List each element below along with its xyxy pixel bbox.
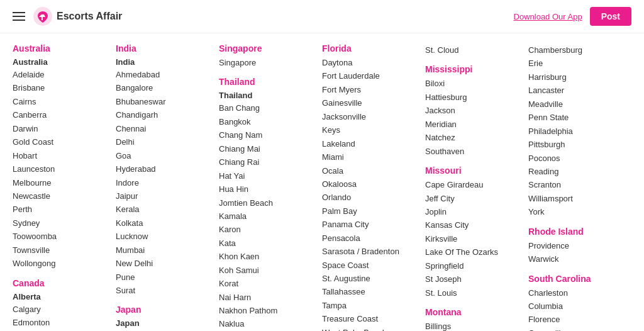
city-link[interactable]: Jaipur (116, 189, 213, 203)
city-link[interactable]: Jomtien Beach (219, 196, 316, 210)
city-link[interactable]: Springfield (425, 259, 522, 272)
city-link[interactable]: Gainesville (322, 96, 419, 109)
city-link[interactable]: Palm Bay (322, 205, 419, 218)
city-link[interactable]: Perth (13, 203, 109, 216)
city-link[interactable]: Townsville (13, 244, 109, 257)
city-link[interactable]: Melbourne (13, 176, 109, 189)
city-link[interactable]: Kata (219, 237, 316, 250)
city-link[interactable]: Lancaster (528, 84, 625, 97)
city-link[interactable]: Sydney (13, 216, 109, 230)
city-link[interactable]: Chang Nam (219, 128, 316, 142)
city-link[interactable]: Chambersburg (528, 43, 625, 57)
city-link[interactable]: Reading (528, 165, 625, 178)
city-link[interactable]: Daytona (322, 56, 419, 69)
city-link[interactable]: Wollongong (13, 257, 109, 270)
city-link[interactable]: Lucknow (116, 230, 213, 243)
city-link[interactable]: Williamsport (528, 192, 625, 205)
city-link[interactable]: Nai Harn (219, 291, 316, 304)
city-link[interactable]: Launceston (13, 162, 109, 176)
city-link[interactable]: Treasure Coast (322, 312, 419, 325)
city-link[interactable]: Edmonton (13, 316, 109, 329)
city-link[interactable]: Joplin (425, 205, 522, 218)
city-link[interactable]: Pune (116, 271, 213, 284)
city-link[interactable]: Panama City (322, 218, 419, 231)
city-link[interactable]: Hyderabad (116, 162, 213, 176)
city-link[interactable]: St. Louis (425, 286, 522, 300)
city-link[interactable]: Canberra (13, 108, 109, 121)
city-link[interactable]: Gold Coast (13, 135, 109, 149)
city-link[interactable]: Harrisburg (528, 70, 625, 84)
city-link[interactable]: Florence (528, 313, 625, 326)
city-link[interactable]: Keys (322, 123, 419, 137)
city-link[interactable]: Chiang Rai (219, 155, 316, 169)
city-link[interactable]: Ocala (322, 164, 419, 177)
city-link[interactable]: Indore (116, 176, 213, 189)
city-link[interactable]: Koh Samui (219, 264, 316, 277)
city-link[interactable]: Meadville (528, 98, 625, 111)
city-link[interactable]: Hat Yai (219, 169, 316, 182)
city-link[interactable]: Providence (528, 239, 625, 252)
city-link[interactable]: Hua Hin (219, 182, 316, 196)
city-link[interactable]: Bhubaneswar (116, 95, 213, 108)
city-link[interactable]: Tampa (322, 299, 419, 312)
logo[interactable]: Escorts Affair (33, 6, 122, 26)
city-link[interactable]: Singapore (219, 56, 316, 69)
city-link[interactable]: Miami (322, 150, 419, 164)
city-link[interactable]: Warwick (528, 252, 625, 266)
city-link[interactable]: Poconos (528, 152, 625, 165)
post-button[interactable]: Post (590, 7, 631, 26)
city-link[interactable]: Kamala (219, 210, 316, 223)
city-link[interactable]: Delhi (116, 135, 213, 149)
city-link[interactable]: Darwin (13, 122, 109, 135)
city-link[interactable]: Orlando (322, 191, 419, 204)
city-link[interactable]: Toowoomba (13, 230, 109, 243)
city-link[interactable]: Columbia (528, 300, 625, 313)
city-link[interactable]: West Palm Beach (322, 326, 419, 331)
city-link[interactable]: Chandigarh (116, 108, 213, 121)
city-link[interactable]: Adelaide (13, 68, 109, 81)
city-link[interactable]: Naklua (219, 317, 316, 330)
city-link[interactable]: Pittsburgh (528, 138, 625, 151)
city-link[interactable]: Billings (425, 320, 522, 331)
city-link[interactable]: Greenville (528, 327, 625, 331)
city-link[interactable]: Surat (116, 284, 213, 297)
city-link[interactable]: Erie (528, 57, 625, 70)
city-link[interactable]: Fort Myers (322, 83, 419, 96)
city-link[interactable]: Kansas City (425, 218, 522, 232)
city-link[interactable]: Ahmedabad (116, 68, 213, 81)
city-link[interactable]: Calgary (13, 303, 109, 316)
city-link[interactable]: Philadelphia (528, 125, 625, 138)
city-link[interactable]: Scranton (528, 178, 625, 191)
city-link[interactable]: Jeff City (425, 192, 522, 205)
city-link[interactable]: Charleston (528, 286, 625, 300)
city-link[interactable]: Ban Chang (219, 101, 316, 115)
city-link[interactable]: Cairns (13, 95, 109, 108)
city-link[interactable]: Newcastle (13, 189, 109, 203)
city-link[interactable]: Chiang Mai (219, 142, 316, 155)
city-link[interactable]: St Joseph (425, 272, 522, 286)
city-link[interactable]: York (528, 205, 625, 218)
hamburger-menu[interactable] (13, 12, 25, 21)
city-link[interactable]: Khon Kaen (219, 250, 316, 263)
city-link[interactable]: Goa (116, 149, 213, 162)
city-link[interactable]: Okaloosa (322, 177, 419, 191)
city-link[interactable]: Natchez (425, 131, 522, 144)
city-link[interactable]: Penn State (528, 111, 625, 124)
city-link[interactable]: Biloxi (425, 77, 522, 90)
city-link[interactable]: Hobart (13, 149, 109, 162)
city-link[interactable]: Kolkata (116, 216, 213, 230)
city-link[interactable]: New Delhi (116, 257, 213, 270)
city-link[interactable]: Jackson (425, 104, 522, 117)
city-link[interactable]: Bangalore (116, 81, 213, 94)
city-link[interactable]: Lakeland (322, 137, 419, 150)
city-link[interactable]: Brisbane (13, 81, 109, 94)
city-link[interactable]: Southaven (425, 145, 522, 158)
city-link[interactable]: St. Cloud (425, 43, 522, 57)
city-link[interactable]: Korat (219, 277, 316, 290)
city-link[interactable]: Mumbai (116, 244, 213, 257)
city-link[interactable]: Pensacola (322, 232, 419, 245)
city-link[interactable]: Lake Of The Ozarks (425, 245, 522, 259)
city-link[interactable]: Fort Lauderdale (322, 69, 419, 82)
city-link[interactable]: Meridian (425, 118, 522, 131)
city-link[interactable]: Jacksonville (322, 110, 419, 123)
